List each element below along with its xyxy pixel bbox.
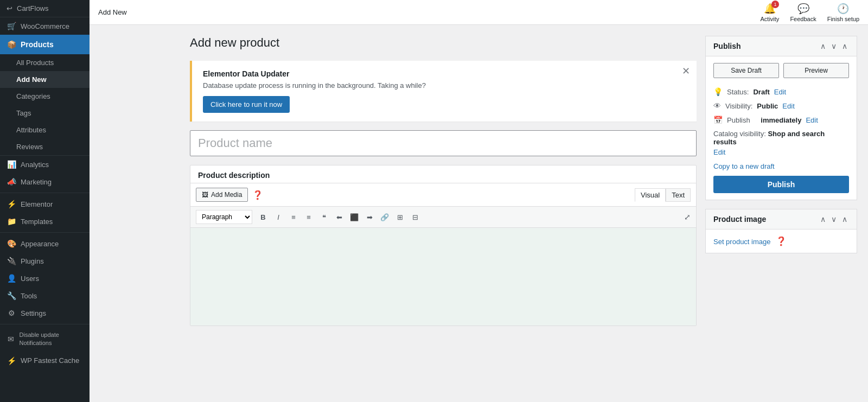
sidebar-logo-label: CartFlows	[17, 4, 49, 12]
activity-label: Activity	[761, 16, 780, 22]
align-right-button[interactable]: ➡	[363, 210, 376, 224]
catalog-edit-link[interactable]: Edit	[713, 148, 725, 156]
elementor-label: Elementor	[21, 200, 53, 208]
settings-label: Settings	[21, 309, 46, 317]
add-media-button[interactable]: 🖼 Add Media	[196, 188, 248, 202]
editor-content-area[interactable]	[190, 228, 696, 326]
cache-icon: ⚡	[7, 356, 16, 365]
sidebar-item-plugins[interactable]: 🔌 Plugins	[0, 252, 90, 270]
email-icon: ✉	[7, 334, 15, 345]
sidebar: ↩ CartFlows 🛒 WooCommerce 📦 Products All…	[0, 0, 90, 402]
notice-text: Database update process is running in th…	[203, 81, 686, 90]
publish-time-edit-link[interactable]: Edit	[806, 116, 818, 124]
marketing-icon: 📣	[7, 177, 16, 186]
product-image-panel-close[interactable]: ∧	[840, 215, 849, 224]
bold-button[interactable]: B	[257, 210, 270, 224]
notice-close-button[interactable]: ✕	[682, 66, 690, 76]
sidebar-item-categories[interactable]: Categories	[0, 88, 90, 105]
visibility-edit-link[interactable]: Edit	[782, 102, 794, 110]
blockquote-button[interactable]: ❝	[317, 210, 330, 224]
notice-run-button[interactable]: Click here to run it now	[203, 96, 290, 113]
wp-fastest-cache-label: WP Fastest Cache	[21, 356, 79, 365]
editor-toolbar-top: 🖼 Add Media ❓ Visual Text	[190, 183, 696, 207]
publish-panel-collapse-down[interactable]: ∨	[829, 42, 838, 50]
sidebar-item-products[interactable]: 📦 Products	[0, 35, 90, 54]
sidebar-logo[interactable]: ↩ CartFlows	[0, 0, 90, 17]
analytics-label: Analytics	[21, 161, 49, 169]
finish-setup-label: Finish setup	[827, 16, 859, 22]
status-edit-link[interactable]: Edit	[774, 88, 786, 96]
set-product-image-link[interactable]: Set product image	[713, 238, 771, 246]
product-description-editor: Product description 🖼 Add Media ❓ Visual…	[190, 165, 697, 326]
sidebar-item-wp-fastest-cache[interactable]: ⚡ WP Fastest Cache	[0, 352, 90, 369]
marketing-label: Marketing	[21, 178, 52, 186]
appearance-icon: 🎨	[7, 239, 16, 248]
align-center-button[interactable]: ⬛	[348, 210, 361, 224]
publish-time-value: immediately	[761, 116, 801, 124]
publish-panel-controls: ∧ ∨ ∧	[819, 42, 849, 50]
sidebar-item-all-products[interactable]: All Products	[0, 54, 90, 71]
product-image-panel-collapse-up[interactable]: ∧	[819, 215, 827, 224]
finish-setup-button[interactable]: 🕐 Finish setup	[827, 3, 859, 22]
visual-tab[interactable]: Visual	[635, 188, 666, 202]
status-row: 💡 Status: Draft Edit	[713, 85, 849, 99]
sidebar-item-add-new[interactable]: Add New	[0, 71, 90, 88]
product-image-panel: Product image ∧ ∨ ∧ Set product image ❓	[705, 209, 857, 253]
activity-button[interactable]: 🔔 1 Activity	[761, 3, 780, 22]
users-label: Users	[21, 275, 39, 283]
add-new-label: Add New	[16, 75, 47, 84]
copy-to-draft-link[interactable]: Copy to a new draft	[713, 162, 849, 170]
status-value: Draft	[753, 88, 769, 96]
text-tab[interactable]: Text	[666, 188, 691, 202]
expand-editor-button[interactable]: ⤢	[684, 213, 691, 221]
sidebar-item-disable-notifications[interactable]: ✉ Disable update Notifications	[0, 327, 90, 352]
sidebar-item-marketing[interactable]: 📣 Marketing	[0, 173, 90, 190]
editor-label: Product description	[190, 165, 696, 183]
appearance-label: Appearance	[21, 240, 59, 248]
product-name-input[interactable]	[190, 130, 697, 156]
preview-button[interactable]: Preview	[783, 63, 849, 78]
link-button[interactable]: 🔗	[378, 210, 391, 224]
sidebar-item-reviews[interactable]: Reviews	[0, 138, 90, 155]
product-image-help-icon[interactable]: ❓	[776, 237, 787, 246]
users-icon: 👤	[7, 274, 16, 283]
publish-panel-close[interactable]: ∧	[840, 42, 849, 50]
italic-button[interactable]: I	[272, 210, 285, 224]
editor-help-icon[interactable]: ❓	[252, 190, 263, 200]
plugins-label: Plugins	[21, 257, 44, 265]
paragraph-format-select[interactable]: Paragraph Heading 1 Heading 2 Heading 3 …	[196, 210, 252, 224]
product-image-panel-body: Set product image ❓	[706, 229, 857, 253]
tags-label: Tags	[16, 109, 31, 117]
cartflows-icon: ↩	[7, 4, 12, 12]
finish-setup-icon: 🕐	[837, 3, 849, 15]
product-image-panel-collapse-down[interactable]: ∨	[829, 215, 838, 224]
sidebar-item-templates[interactable]: 📁 Templates	[0, 213, 90, 230]
sidebar-item-appearance[interactable]: 🎨 Appearance	[0, 235, 90, 252]
save-draft-button[interactable]: Save Draft	[713, 63, 779, 78]
ordered-list-button[interactable]: ≡	[302, 210, 315, 224]
unordered-list-button[interactable]: ≡	[287, 210, 300, 224]
product-image-panel-title: Product image	[713, 215, 814, 224]
publish-button[interactable]: Publish	[713, 176, 849, 193]
publish-panel-header: Publish ∧ ∨ ∧	[706, 36, 857, 56]
table-button[interactable]: ⊟	[409, 210, 422, 224]
publish-panel: Publish ∧ ∨ ∧ Save Draft Preview 💡 Statu…	[705, 36, 857, 200]
align-left-button[interactable]: ⬅	[333, 210, 346, 224]
insert-readmore-button[interactable]: ⊞	[393, 210, 406, 224]
sidebar-item-attributes[interactable]: Attributes	[0, 122, 90, 138]
templates-icon: 📁	[7, 217, 16, 226]
activity-icon: 🔔 1	[764, 3, 776, 15]
sidebar-item-tools[interactable]: 🔧 Tools	[0, 287, 90, 304]
sidebar-item-woocommerce[interactable]: 🛒 WooCommerce	[0, 17, 90, 35]
sidebar-item-analytics[interactable]: 📊 Analytics	[0, 156, 90, 173]
sidebar-item-settings[interactable]: ⚙ Settings	[0, 304, 90, 322]
feedback-button[interactable]: 💬 Feedback	[790, 3, 816, 22]
feedback-icon: 💬	[797, 3, 809, 15]
sidebar-item-elementor[interactable]: ⚡ Elementor	[0, 195, 90, 213]
sidebar-item-users[interactable]: 👤 Users	[0, 270, 90, 287]
sidebar-products-label: Products	[21, 40, 54, 49]
all-products-label: All Products	[16, 59, 54, 67]
publish-panel-collapse-up[interactable]: ∧	[819, 42, 827, 50]
sidebar-item-tags[interactable]: Tags	[0, 105, 90, 122]
topbar-actions: 🔔 1 Activity 💬 Feedback 🕐 Finish setup	[761, 3, 859, 22]
